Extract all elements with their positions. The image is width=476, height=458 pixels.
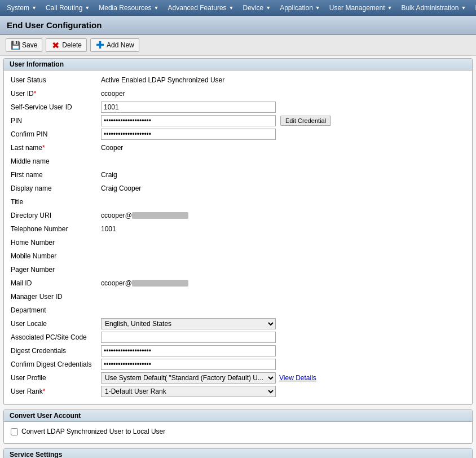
display-name-value: Craig Cooper [101,184,141,192]
toolbar: 💾 Save ✖ Delete ✚ Add New [0,35,476,56]
user-information-section: User Information User Status Active Enab… [3,58,473,405]
user-profile-label: User Profile [11,374,101,382]
add-new-icon: ✚ [95,41,104,50]
self-service-row: Self-Service User ID [11,101,465,113]
pin-row: PIN Edit Credential [11,114,465,127]
middle-name-label: Middle name [11,157,101,165]
nav-bulk-admin[interactable]: Bulk Administration ▼ [396,0,470,16]
pager-number-row: Pager Number [11,263,465,276]
mail-id-row: Mail ID ccooper@ [11,277,465,289]
convert-user-body: Convert LDAP Synchronized User to Local … [4,422,472,443]
user-id-label: User ID* [11,90,101,98]
edit-credential-button[interactable]: Edit Credential [280,116,331,126]
telephone-row: Telephone Number 1001 [11,223,465,235]
nav-system[interactable]: System ▼ [2,0,41,16]
user-id-value: ccooper [101,90,125,98]
convert-user-checkbox[interactable] [11,428,18,435]
mail-id-label: Mail ID [11,279,101,287]
device-dropdown-arrow: ▼ [266,5,271,11]
directory-uri-prefix: ccooper@ [101,212,132,219]
system-dropdown-arrow: ▼ [32,5,37,11]
last-name-value: Cooper [101,144,123,152]
content-area: User Information User Status Active Enab… [0,56,476,458]
pager-number-label: Pager Number [11,266,101,274]
department-label: Department [11,306,101,314]
user-locale-label: User Locale [11,320,101,328]
add-new-button[interactable]: ✚ Add New [90,38,139,52]
delete-icon: ✖ [51,41,60,50]
page-title: End User Configuration [0,16,476,35]
directory-uri-redacted [132,212,188,219]
user-profile-view-details[interactable]: View Details [279,374,316,382]
user-management-dropdown-arrow: ▼ [387,5,392,11]
bulk-admin-dropdown-arrow: ▼ [461,5,466,11]
save-icon: 💾 [11,41,20,50]
pin-label: PIN [11,117,101,125]
first-name-row: First name Craig [11,169,465,181]
first-name-value: Craig [101,171,117,179]
mail-id-prefix: ccooper@ [101,279,132,287]
assoc-pc-input[interactable] [101,332,276,343]
convert-user-title: Convert User Account [4,410,472,422]
telephone-label: Telephone Number [11,225,101,233]
digest-cred-input[interactable] [101,345,276,356]
assoc-pc-label: Associated PC/Site Code [11,333,101,341]
call-routing-dropdown-arrow: ▼ [85,5,90,11]
pin-input[interactable] [101,115,276,126]
department-row: Department [11,304,465,316]
save-button[interactable]: 💾 Save [6,38,42,52]
user-rank-row: User Rank* 1-Default User Rank [11,385,465,398]
confirm-pin-input[interactable] [101,129,276,140]
user-locale-row: User Locale English, United States [11,318,465,330]
middle-name-row: Middle name [11,155,465,168]
title-row: Title [11,196,465,208]
user-information-title: User Information [4,59,472,71]
mobile-number-label: Mobile Number [11,252,101,260]
nav-device[interactable]: Device ▼ [239,0,276,16]
convert-user-section: Convert User Account Convert LDAP Synchr… [3,409,473,444]
confirm-digest-label: Confirm Digest Credentials [11,360,101,368]
telephone-value: 1001 [101,225,116,233]
service-settings-title: Service Settings [4,449,472,458]
self-service-label: Self-Service User ID [11,103,101,111]
convert-user-label: Convert LDAP Synchronized User to Local … [21,428,165,435]
nav-help[interactable]: Help [470,0,476,16]
nav-advanced-features[interactable]: Advanced Features ▼ [164,0,239,16]
digest-cred-label: Digest Credentials [11,347,101,355]
nav-media-resources[interactable]: Media Resources ▼ [94,0,163,16]
display-name-row: Display name Craig Cooper [11,182,465,195]
user-id-row: User ID* ccooper [11,87,465,100]
directory-uri-label: Directory URI [11,212,101,219]
user-locale-select[interactable]: English, United States [101,318,276,329]
nav-user-management[interactable]: User Management ▼ [325,0,397,16]
user-status-label: User Status [11,76,101,84]
delete-button[interactable]: ✖ Delete [46,38,87,52]
manager-user-id-label: Manager User ID [11,293,101,301]
self-service-input[interactable] [101,102,276,113]
confirm-pin-row: Confirm PIN [11,128,465,140]
home-number-label: Home Number [11,239,101,246]
confirm-digest-row: Confirm Digest Credentials [11,358,465,371]
user-status-row: User Status Active Enabled LDAP Synchron… [11,74,465,86]
user-rank-label: User Rank* [11,387,101,395]
media-resources-dropdown-arrow: ▼ [154,5,159,11]
confirm-digest-input[interactable] [101,359,276,370]
user-rank-select[interactable]: 1-Default User Rank [101,386,276,397]
last-name-label: Last name* [11,144,101,152]
title-label: Title [11,198,101,206]
user-profile-row: User Profile Use System Default( "Standa… [11,372,465,384]
advanced-features-dropdown-arrow: ▼ [229,5,234,11]
user-status-value: Active Enabled LDAP Synchronized User [101,76,224,84]
nav-application[interactable]: Application ▼ [275,0,325,16]
user-information-body: User Status Active Enabled LDAP Synchron… [4,71,472,404]
application-dropdown-arrow: ▼ [315,5,320,11]
last-name-row: Last name* Cooper [11,142,465,154]
manager-user-id-row: Manager User ID [11,290,465,303]
service-settings-section: Service Settings Home Cluster Enable Use… [3,448,473,458]
digest-cred-row: Digest Credentials [11,345,465,357]
user-profile-select[interactable]: Use System Default( "Standard (Factory D… [101,372,276,384]
display-name-label: Display name [11,184,101,192]
nav-call-routing[interactable]: Call Routing ▼ [41,0,94,16]
convert-user-row: Convert LDAP Synchronized User to Local … [11,425,465,438]
navigation-bar: System ▼ Call Routing ▼ Media Resources … [0,0,476,16]
